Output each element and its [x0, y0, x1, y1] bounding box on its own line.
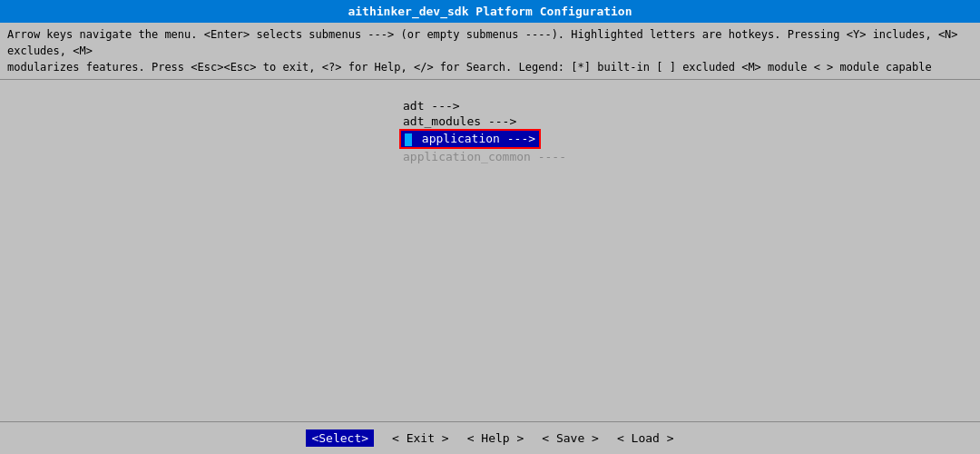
help-line1: Arrow keys navigate the menu. <Enter> se… [7, 26, 973, 59]
menu-item-adt-label: adt ---> [403, 99, 460, 113]
select-button[interactable]: <Select> [306, 429, 374, 447]
load-button[interactable]: < Load > [617, 431, 674, 445]
menu-item-adt-modules[interactable]: adt_modules ---> [399, 114, 520, 129]
menu-item-application-common[interactable]: application_common ---- [399, 149, 570, 164]
main-content: adt ---> adt_modules ---> application --… [0, 80, 980, 421]
menu-item-application-common-label: application_common ---- [403, 150, 566, 163]
save-button[interactable]: < Save > [542, 431, 599, 445]
exit-button[interactable]: < Exit > [392, 431, 449, 445]
title-bar: aithinker_dev_sdk Platform Configuration [0, 0, 980, 23]
title-text: aithinker_dev_sdk Platform Configuration [348, 5, 632, 18]
menu-item-application[interactable]: application ---> [399, 129, 541, 149]
help-line2: modularizes features. Press <Esc><Esc> t… [7, 59, 973, 75]
menu-container: adt ---> adt_modules ---> application --… [399, 98, 581, 164]
help-text-area: Arrow keys navigate the menu. <Enter> se… [0, 23, 980, 80]
bottom-bar: <Select> < Exit > < Help > < Save > < Lo… [0, 421, 980, 454]
app-window: aithinker_dev_sdk Platform Configuration… [0, 0, 980, 454]
menu-item-adt[interactable]: adt ---> [399, 98, 464, 114]
help-button[interactable]: < Help > [467, 431, 524, 445]
menu-item-adt-modules-label: adt_modules ---> [403, 114, 516, 128]
menu-item-application-label: application ---> [422, 132, 535, 145]
